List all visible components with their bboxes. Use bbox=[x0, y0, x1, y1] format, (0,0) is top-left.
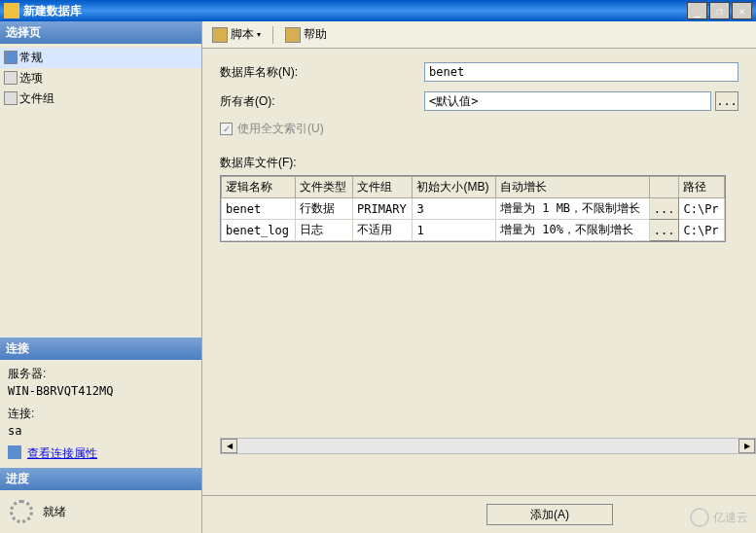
nav-item-options[interactable]: 选项 bbox=[0, 68, 201, 89]
watermark-icon bbox=[690, 508, 709, 527]
main-panel: 脚本 ▾ 帮助 数据库名称(N): 所有者(O): ... ✓ 使用全文索引(U… bbox=[202, 21, 756, 533]
growth-edit-button[interactable]: ... bbox=[649, 220, 679, 241]
script-icon bbox=[212, 27, 228, 43]
table-row[interactable]: benet 行数据 PRIMARY 3 增量为 1 MB，不限制增长 ... C… bbox=[222, 198, 725, 220]
progress-spinner-icon bbox=[10, 500, 33, 523]
col-path[interactable]: 路径 bbox=[679, 177, 725, 198]
owner-input[interactable] bbox=[424, 91, 711, 111]
watermark: 亿速云 bbox=[690, 508, 748, 527]
fulltext-label: 使用全文索引(U) bbox=[237, 121, 324, 137]
horizontal-scrollbar[interactable]: ◀ ▶ bbox=[220, 438, 756, 454]
db-name-input[interactable] bbox=[424, 62, 738, 82]
connection-value: sa bbox=[8, 424, 194, 438]
toolbar-separator bbox=[272, 26, 273, 44]
window-title: 新建数据库 bbox=[23, 3, 687, 19]
restore-button[interactable]: ❐ bbox=[709, 2, 730, 19]
close-button[interactable]: ✕ bbox=[732, 2, 752, 19]
col-file-type[interactable]: 文件类型 bbox=[296, 177, 353, 198]
col-growth-btn[interactable] bbox=[649, 177, 679, 198]
title-bar: 新建数据库 _ ❐ ✕ bbox=[0, 0, 756, 21]
db-name-label: 数据库名称(N): bbox=[220, 64, 424, 81]
growth-edit-button[interactable]: ... bbox=[649, 198, 679, 220]
connection-label: 连接: bbox=[8, 406, 194, 422]
col-autogrowth[interactable]: 自动增长 bbox=[495, 177, 649, 198]
progress-header: 进度 bbox=[0, 468, 201, 490]
help-button[interactable]: 帮助 bbox=[281, 24, 331, 45]
help-icon bbox=[285, 27, 301, 43]
table-row[interactable]: benet_log 日志 不适用 1 增量为 10%，不限制增长 ... C:\… bbox=[222, 220, 725, 241]
toolbar: 脚本 ▾ 帮助 bbox=[202, 21, 756, 49]
script-button[interactable]: 脚本 ▾ bbox=[208, 24, 265, 45]
dropdown-icon[interactable]: ▾ bbox=[257, 30, 261, 39]
owner-browse-button[interactable]: ... bbox=[715, 91, 738, 111]
nav-item-general[interactable]: 常规 bbox=[0, 48, 201, 68]
minimize-button[interactable]: _ bbox=[687, 2, 707, 19]
progress-status: 就绪 bbox=[43, 504, 66, 520]
col-file-group[interactable]: 文件组 bbox=[353, 177, 413, 198]
sidebar: 选择页 常规 选项 文件组 连接 服务器: WIN-B8RVQT412MQ 连接… bbox=[0, 21, 202, 533]
app-icon bbox=[4, 3, 19, 18]
server-value: WIN-B8RVQT412MQ bbox=[8, 384, 194, 398]
server-label: 服务器: bbox=[8, 366, 194, 382]
col-logical-name[interactable]: 逻辑名称 bbox=[222, 177, 296, 198]
nav-item-filegroups[interactable]: 文件组 bbox=[0, 89, 201, 109]
files-grid[interactable]: 逻辑名称 文件类型 文件组 初始大小(MB) 自动增长 路径 benet 行数 bbox=[220, 175, 726, 242]
col-initial-size[interactable]: 初始大小(MB) bbox=[413, 177, 496, 198]
scroll-right-icon[interactable]: ▶ bbox=[738, 439, 755, 453]
select-page-header: 选择页 bbox=[0, 21, 201, 44]
footer: 添加(A) bbox=[202, 495, 756, 533]
add-button[interactable]: 添加(A) bbox=[486, 504, 613, 525]
view-connection-properties-link[interactable]: 查看连接属性 bbox=[8, 445, 194, 462]
db-files-label: 数据库文件(F): bbox=[220, 155, 738, 171]
owner-label: 所有者(O): bbox=[220, 93, 424, 110]
fulltext-checkbox: ✓ bbox=[220, 123, 233, 135]
scroll-left-icon[interactable]: ◀ bbox=[221, 439, 237, 453]
connection-header: 连接 bbox=[0, 338, 201, 360]
nav-list: 常规 选项 文件组 bbox=[0, 44, 201, 113]
